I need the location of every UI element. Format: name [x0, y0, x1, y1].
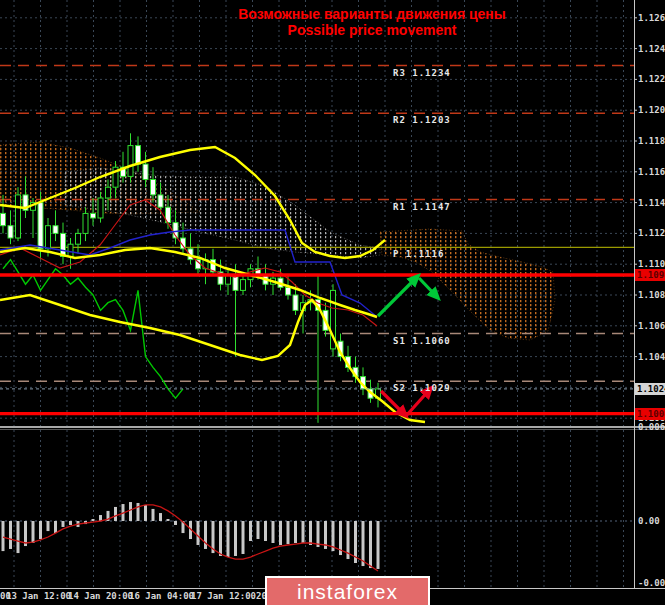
- forecast-arrows[interactable]: [378, 276, 438, 416]
- broker-watermark-label: instaforex: [297, 580, 398, 604]
- broker-watermark: instaforex: [265, 576, 430, 605]
- macd-subwindow[interactable]: [2, 502, 380, 571]
- price-chart-canvas[interactable]: [0, 0, 665, 605]
- mt4-chart-window: Возможные варианты движения цены Possibl…: [0, 0, 665, 605]
